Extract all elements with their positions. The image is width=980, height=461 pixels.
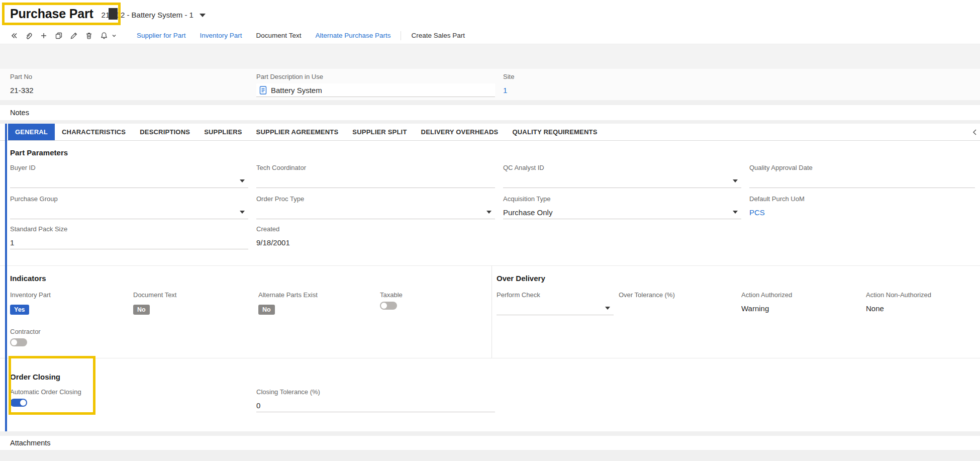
field-acquisition-type: Acquisition Type Purchase Only	[503, 195, 741, 219]
qc-analyst-id-label: QC Analyst ID	[503, 164, 741, 171]
document-text-label: Document Text	[133, 291, 258, 299]
notes-section-title: Notes	[10, 109, 29, 117]
chevron-down-icon	[240, 179, 245, 182]
action-authorized-value: Warning	[741, 302, 866, 315]
part-description-label: Part Description in Use	[256, 73, 495, 80]
record-selector-chevron-down-icon[interactable]	[200, 14, 206, 17]
page-header: Purchase Part 21-332 - Battery System - …	[0, 0, 980, 27]
field-purchase-group: Purchase Group	[10, 195, 248, 219]
closing-tolerance-label: Closing Tolerance (%)	[256, 388, 495, 396]
delete-icon[interactable]	[81, 29, 96, 43]
tab-supplier-split[interactable]: SUPPLIER SPLIT	[345, 124, 414, 140]
action-non-authorized-value: None	[866, 302, 980, 315]
notifications-button[interactable]	[96, 29, 117, 43]
purchase-group-select[interactable]	[10, 206, 248, 219]
indicators-title: Indicators	[10, 266, 492, 283]
contractor-toggle[interactable]	[10, 338, 27, 346]
alternate-purchase-parts-button[interactable]: Alternate Purchase Parts	[308, 29, 398, 43]
over-tolerance-label: Over Tolerance (%)	[619, 291, 741, 299]
page-title: Purchase Part	[10, 7, 93, 21]
notes-section-header[interactable]: Notes	[0, 105, 980, 120]
site-value[interactable]: 1	[503, 83, 975, 97]
standard-pack-size-input[interactable]: 1	[10, 236, 248, 249]
part-description-input[interactable]: Battery System	[256, 83, 495, 97]
acquisition-type-select[interactable]: Purchase Only	[503, 206, 741, 219]
tab-quality-requirements[interactable]: QUALITY REQUIREMENTS	[505, 124, 604, 140]
site-label: Site	[503, 73, 975, 80]
document-text-icon[interactable]	[259, 85, 267, 95]
part-no-label: Part No	[10, 73, 248, 80]
quality-approval-date-input[interactable]	[749, 174, 975, 188]
chevron-down-icon	[240, 211, 245, 214]
add-icon[interactable]	[36, 29, 51, 43]
document-text-button[interactable]: Document Text	[249, 29, 309, 43]
record-selector-text[interactable]: 21-332 - Battery System - 1	[102, 11, 193, 19]
purchase-part-page: Purchase Part 21-332 - Battery System - …	[0, 0, 980, 461]
inventory-part-badge: Yes	[10, 305, 29, 315]
field-order-proc-type: Order Proc Type	[256, 195, 495, 219]
tech-coordinator-label: Tech Coordinator	[256, 164, 495, 171]
field-qc-analyst-id: QC Analyst ID	[503, 164, 741, 188]
over-delivery-title: Over Delivery	[497, 266, 980, 283]
part-parameters-title: Part Parameters	[0, 141, 980, 157]
part-parameters-row-3: Standard Pack Size 1 Created 9/18/2001	[0, 225, 980, 249]
order-closing-group: Order Closing Automatic Order Closing Cl…	[0, 358, 980, 412]
order-proc-type-select[interactable]	[256, 206, 495, 219]
tab-general[interactable]: GENERAL	[8, 124, 55, 140]
field-default-purch-uom: Default Purch UoM PCS	[749, 195, 975, 219]
toolbar: Supplier for Part Inventory Part Documen…	[0, 27, 980, 44]
field-site: Site 1	[503, 73, 975, 100]
bell-icon	[96, 29, 112, 43]
order-proc-type-label: Order Proc Type	[256, 195, 495, 203]
collapse-left-icon[interactable]	[6, 29, 21, 43]
field-perform-check: Perform Check	[497, 291, 619, 315]
attachment-icon[interactable]	[21, 29, 36, 43]
qc-analyst-id-select[interactable]	[503, 174, 741, 188]
chevron-down-icon	[486, 211, 492, 214]
quality-approval-date-label: Quality Approval Date	[749, 164, 975, 171]
automatic-order-closing-toggle[interactable]	[10, 399, 27, 407]
field-part-no: Part No 21-332	[10, 73, 248, 100]
created-value: 9/18/2001	[256, 236, 495, 249]
active-panel-accent-bar	[5, 124, 7, 431]
buyer-id-select[interactable]	[10, 174, 248, 188]
chevron-down-icon	[733, 179, 738, 182]
tech-coordinator-input[interactable]	[256, 174, 495, 188]
field-automatic-order-closing: Automatic Order Closing	[10, 388, 248, 412]
chevron-down-icon	[733, 211, 738, 214]
perform-check-select[interactable]	[497, 302, 614, 315]
tab-delivery-overheads[interactable]: DELIVERY OVERHEADS	[414, 124, 506, 140]
acquisition-type-label: Acquisition Type	[503, 195, 741, 203]
field-buyer-id: Buyer ID	[10, 164, 248, 188]
taxable-toggle[interactable]	[380, 302, 397, 310]
toolbar-commands: Supplier for Part Inventory Part Documen…	[130, 29, 472, 43]
order-closing-title: Order Closing	[0, 358, 980, 381]
toolbar-divider	[401, 31, 401, 40]
action-non-authorized-label: Action Non-Authorized	[866, 291, 980, 299]
attachments-section-header[interactable]: Attachments	[0, 436, 980, 450]
field-closing-tolerance: Closing Tolerance (%) 0	[256, 388, 495, 412]
document-text-badge: No	[133, 305, 150, 315]
field-tech-coordinator: Tech Coordinator	[256, 164, 495, 188]
order-closing-row: Automatic Order Closing Closing Toleranc…	[0, 388, 980, 412]
tab-characteristics[interactable]: CHARACTERISTICS	[55, 124, 133, 140]
tab-scroll-left-icon[interactable]	[972, 124, 977, 141]
supplier-for-part-button[interactable]: Supplier for Part	[130, 29, 193, 43]
field-standard-pack-size: Standard Pack Size 1	[10, 225, 248, 249]
tab-descriptions[interactable]: DESCRIPTIONS	[133, 124, 197, 140]
edit-icon[interactable]	[66, 29, 81, 43]
create-sales-part-button[interactable]: Create Sales Part	[404, 29, 472, 43]
over-delivery-group: Over Delivery Perform Check Over Toleran…	[492, 266, 980, 358]
duplicate-icon[interactable]	[51, 29, 66, 43]
chevron-down-icon	[112, 33, 117, 38]
tab-suppliers[interactable]: SUPPLIERS	[197, 124, 249, 140]
tab-supplier-agreements[interactable]: SUPPLIER AGREEMENTS	[249, 124, 346, 140]
default-purch-uom-value[interactable]: PCS	[749, 206, 975, 219]
taxable-label: Taxable	[380, 291, 492, 299]
automatic-order-closing-label: Automatic Order Closing	[10, 388, 248, 396]
key-fields: Part No 21-332 Part Description in Use B…	[0, 69, 980, 100]
inventory-part-button[interactable]: Inventory Part	[193, 29, 249, 43]
tab-bar: GENERAL CHARACTERISTICS DESCRIPTIONS SUP…	[0, 124, 980, 141]
purchase-group-label: Purchase Group	[10, 195, 248, 203]
closing-tolerance-input[interactable]: 0	[256, 399, 495, 412]
